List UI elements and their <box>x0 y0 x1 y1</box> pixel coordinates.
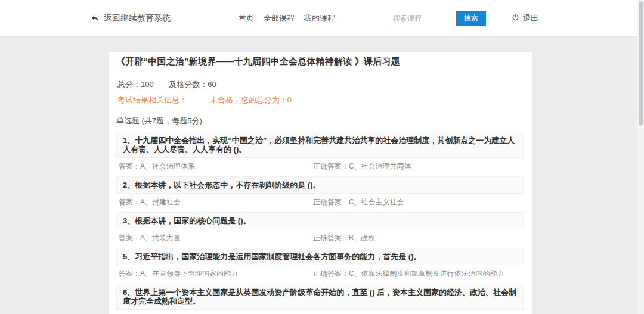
top-navigation-bar: 返回继续教育系统 首页 全部课程 我的课程 搜索 退出 <box>0 0 644 37</box>
pass-score-label: 及格分数： <box>169 80 208 89</box>
back-to-education-system-link[interactable]: 返回继续教育系统 <box>91 13 171 24</box>
correct-answer: 正确答案：B、政权 <box>313 234 524 242</box>
score-summary-row: 总分：100 及格分数：60 <box>116 76 524 91</box>
nav-home[interactable]: 首页 <box>237 11 255 26</box>
correct-answer: 正确答案：C、依靠法律制度和规章制度进行依法治国的能力 <box>313 269 524 278</box>
correct-answer: 正确答案：C、社会主义社会 <box>313 198 524 206</box>
question-section: 单选题 (共7题，每题5分) 1、十九届四中全会指出，实现“中国之治”，必须坚持… <box>116 116 524 314</box>
correct-answer: 正确答案：C、社会治理共同体 <box>313 162 524 170</box>
logout-label: 退出 <box>523 13 538 24</box>
pass-score-value: 60 <box>208 80 216 89</box>
back-arrow-icon <box>91 14 99 23</box>
result-info-label: 考试结果相关信息： <box>117 95 187 104</box>
exam-result-row: 考试结果相关信息： 未合格，您的总分为：0 <box>116 91 524 107</box>
search-button[interactable]: 搜索 <box>456 11 486 26</box>
logout-link[interactable]: 退出 <box>512 13 538 24</box>
question-text: 1、十九届四中全会指出，实现“中国之治”，必须坚持和完善共建共治共享的社会治理制… <box>116 132 524 158</box>
scrollbar-thumb[interactable] <box>639 1 643 125</box>
question-text: 3、根据本讲，国家的核心问题是 ()。 <box>116 212 524 229</box>
user-answer: 答案：A、在党领导下管理国家的能力 <box>119 269 313 278</box>
question-block: 5、习近平指出，国家治理能力是运用国家制度管理社会各方面事务的能力，首先是 ()… <box>116 248 524 283</box>
question-text: 6、世界上第一个资本主义国家是从英国发动资产阶级革命开始的，直至 () 后，资本… <box>116 284 524 310</box>
question-block: 3、根据本讲，国家的核心问题是 ()。 答案：A、武装力量 正确答案：B、政权 <box>116 212 524 247</box>
section-heading: 单选题 (共7题，每题5分) <box>116 116 524 126</box>
power-icon <box>512 14 519 23</box>
nav-my-courses[interactable]: 我的课程 <box>303 11 336 26</box>
search-input[interactable] <box>388 11 456 26</box>
exam-result-card: 《开辟“中国之治”新境界——十九届四中全会总体精神解读 》课后习题 总分：100… <box>109 52 532 314</box>
question-list: 1、十九届四中全会指出，实现“中国之治”，必须坚持和完善共建共治共享的社会治理制… <box>116 132 524 314</box>
user-answer: 答案：A、封建社会 <box>119 198 313 206</box>
page-main: 《开辟“中国之治”新境界——十九届四中全会总体精神解读 》课后习题 总分：100… <box>0 52 644 314</box>
total-score-value: 100 <box>141 80 154 89</box>
exam-title: 《开辟“中国之治”新境界——十九届四中全会总体精神解读 》课后习题 <box>109 52 532 71</box>
sections: 单选题 (共7题，每题5分) 1、十九届四中全会指出，实现“中国之治”，必须坚持… <box>116 116 524 314</box>
result-info-text: 未合格，您的总分为：0 <box>210 95 292 104</box>
question-block: 1、十九届四中全会指出，实现“中国之治”，必须坚持和完善共建共治共享的社会治理制… <box>116 132 524 176</box>
user-answer: 答案：A、武装力量 <box>119 234 313 242</box>
back-link-label: 返回继续教育系统 <box>104 13 171 24</box>
main-nav: 首页 全部课程 我的课程 <box>237 11 336 26</box>
question-text: 5、习近平指出，国家治理能力是运用国家制度管理社会各方面事务的能力，首先是 ()… <box>116 248 524 265</box>
nav-all-courses[interactable]: 全部课程 <box>262 11 296 26</box>
question-block: 2、根据本讲，以下社会形态中，不存在剥削阶级的是 ()。 答案：A、封建社会 正… <box>116 176 524 212</box>
question-text: 2、根据本讲，以下社会形态中，不存在剥削阶级的是 ()。 <box>116 176 524 194</box>
page-scrollbar[interactable] <box>637 0 644 314</box>
course-search: 搜索 <box>388 11 486 26</box>
user-answer: 答案：A、社会治理体系 <box>119 162 313 170</box>
question-block: 6、世界上第一个资本主义国家是从英国发动资产阶级革命开始的，直至 () 后，资本… <box>116 284 524 314</box>
total-score-label: 总分： <box>117 80 141 89</box>
